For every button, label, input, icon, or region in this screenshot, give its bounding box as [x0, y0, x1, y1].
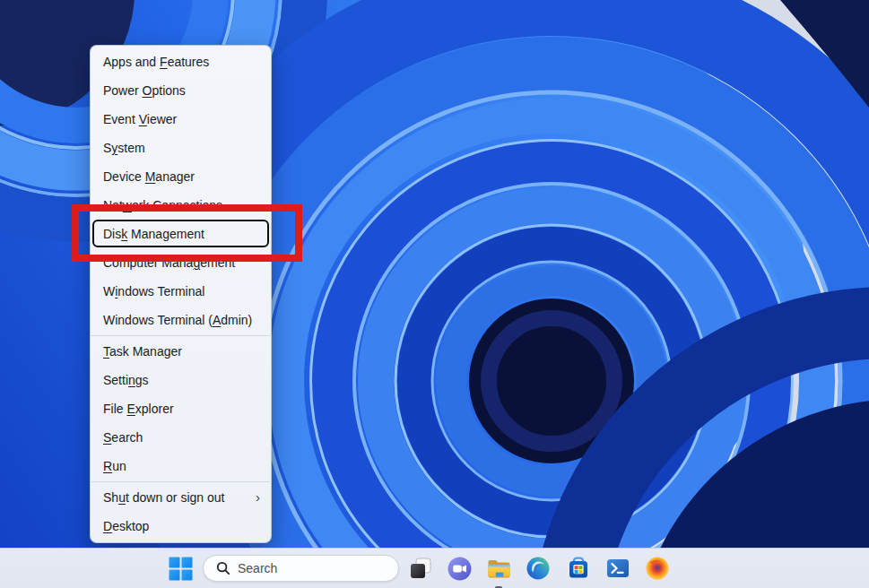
menu-item-label: Device Manager: [103, 169, 195, 184]
menu-separator: [91, 335, 270, 336]
menu-item-label: File Explorer: [103, 402, 174, 416]
menu-item-label: Run: [103, 459, 126, 473]
menu-item-label: Event Viewer: [103, 112, 177, 126]
firefox-button[interactable]: [640, 551, 674, 585]
chevron-right-icon: ›: [256, 483, 260, 512]
microsoft-store-icon: [567, 557, 590, 580]
menu-item-event-viewer[interactable]: Event Viewer: [91, 105, 271, 134]
search-icon: [216, 561, 230, 575]
annotation-highlight-box: [72, 204, 302, 262]
menu-item-device-manager[interactable]: Device Manager: [91, 162, 271, 191]
menu-item-windows-terminal-admin[interactable]: Windows Terminal (Admin): [91, 306, 271, 334]
powershell-icon: [606, 557, 630, 580]
edge-button[interactable]: [521, 551, 555, 585]
menu-item-label: Windows Terminal (Admin): [103, 313, 252, 327]
powershell-button[interactable]: [601, 551, 635, 585]
menu-item-label: Task Manager: [103, 344, 182, 359]
menu-item-settings[interactable]: Settings: [91, 366, 271, 394]
menu-item-label: Power Options: [103, 83, 186, 98]
menu-item-label: System: [103, 141, 145, 155]
file-explorer-button[interactable]: [482, 551, 516, 585]
chat-button[interactable]: [442, 551, 476, 585]
start-button[interactable]: [163, 551, 197, 585]
menu-item-label: Desktop: [103, 519, 149, 533]
start-icon: [169, 557, 193, 581]
menu-item-label: Windows Terminal: [103, 284, 204, 298]
microsoft-store-button[interactable]: [561, 551, 595, 585]
menu-separator: [91, 481, 270, 482]
menu-item-apps-and-features[interactable]: Apps and Features: [91, 48, 271, 76]
taskbar-search-box[interactable]: [203, 555, 399, 582]
menu-item-system[interactable]: System: [91, 134, 271, 162]
menu-item-search[interactable]: Search: [91, 423, 271, 452]
task-view-button[interactable]: [404, 551, 438, 585]
menu-item-shut-down-or-sign-out[interactable]: Shut down or sign out ›: [91, 483, 271, 512]
search-input[interactable]: [238, 561, 400, 575]
menu-item-label: Shut down or sign out: [103, 490, 224, 505]
menu-item-label: Settings: [103, 373, 149, 387]
winx-context-menu: Apps and Features Power Options Event Vi…: [90, 45, 272, 543]
menu-item-windows-terminal[interactable]: Windows Terminal: [91, 277, 271, 306]
taskbar: [0, 548, 869, 588]
edge-icon: [526, 557, 550, 580]
task-view-icon: [409, 557, 432, 580]
menu-item-file-explorer[interactable]: File Explorer: [91, 394, 271, 423]
file-explorer-icon: [487, 558, 511, 580]
menu-item-task-manager[interactable]: Task Manager: [91, 337, 271, 366]
menu-item-label: Search: [103, 430, 143, 445]
menu-item-desktop[interactable]: Desktop: [91, 512, 271, 540]
firefox-icon: [646, 557, 669, 580]
chat-icon: [448, 557, 472, 581]
menu-item-power-options[interactable]: Power Options: [91, 76, 271, 105]
menu-item-run[interactable]: Run: [91, 452, 271, 480]
menu-item-label: Apps and Features: [103, 55, 209, 69]
